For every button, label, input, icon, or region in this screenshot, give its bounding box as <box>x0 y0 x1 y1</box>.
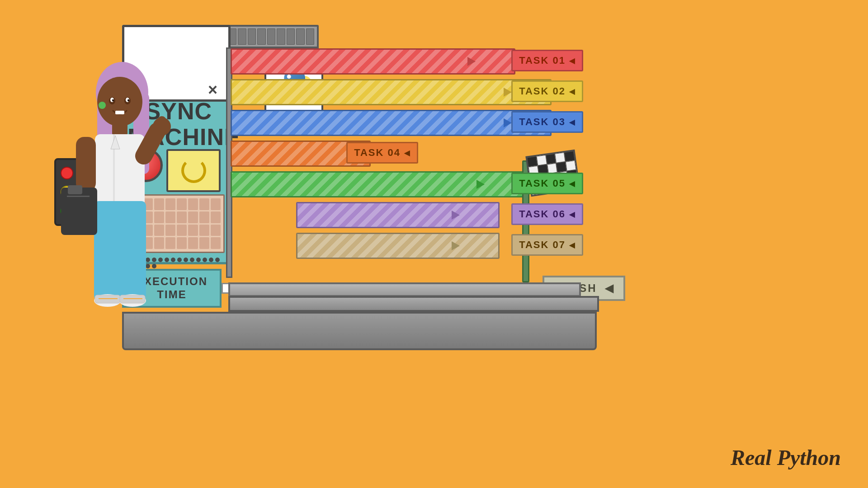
svg-line-23 <box>144 131 157 156</box>
task-06-label: TASK 06 ◀ <box>511 203 583 225</box>
task-05-bar <box>231 171 524 197</box>
svg-point-11 <box>127 99 129 102</box>
task-01-bar <box>231 48 515 75</box>
task-07-bar <box>296 233 500 259</box>
task-06-bar <box>296 202 500 228</box>
svg-rect-12 <box>115 111 124 114</box>
svg-point-10 <box>112 99 114 102</box>
task-02-bar <box>231 79 552 105</box>
svg-rect-18 <box>76 137 96 191</box>
task-02-row: TASK 02 ◀ <box>231 78 579 106</box>
task-05-label: TASK 05 ◀ <box>511 173 583 194</box>
task-03-label: TASK 03 ◀ <box>511 111 583 133</box>
scene: × × ASYNC MACHINE <box>0 0 868 488</box>
svg-rect-21 <box>73 185 82 194</box>
real-python-watermark: Real Python <box>731 445 841 470</box>
task-04-label: TASK 04 ◀ <box>346 142 418 164</box>
svg-rect-14 <box>95 134 145 206</box>
task-07-label: TASK 07 ◀ <box>511 234 583 256</box>
spinner-box <box>166 149 221 192</box>
task-03-bar <box>231 110 552 136</box>
task-07-row: TASK 07 ◀ <box>296 232 579 260</box>
svg-rect-25 <box>157 116 166 130</box>
task-03-row: TASK 03 ◀ <box>231 109 579 137</box>
task-02-label: TASK 02 ◀ <box>511 80 583 102</box>
task-01-label: TASK 01 ◀ <box>511 50 583 71</box>
svg-point-26 <box>99 102 106 109</box>
platform-base <box>122 312 597 350</box>
task-06-row: TASK 06 ◀ <box>296 201 579 229</box>
loading-spinner <box>181 158 206 183</box>
character-illustration <box>45 52 172 319</box>
svg-rect-22 <box>67 196 90 197</box>
platform-step-2 <box>228 296 599 312</box>
x-mark-right: × <box>208 80 217 99</box>
platform-step-1 <box>228 282 581 297</box>
svg-point-5 <box>97 77 142 127</box>
task-01-row: TASK 01 ◀ <box>231 47 579 75</box>
svg-rect-13 <box>112 122 127 136</box>
task-05-row: TASK 05 ◀ <box>231 170 579 198</box>
svg-rect-19 <box>61 188 97 235</box>
svg-rect-17 <box>94 201 146 300</box>
finish-arrow: ◀ <box>605 282 614 295</box>
